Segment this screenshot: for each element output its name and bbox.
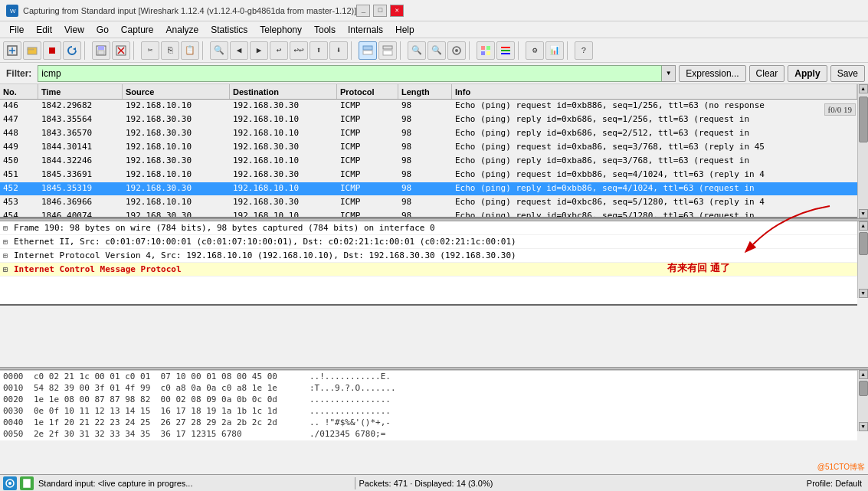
- cell-proto: ICMP: [337, 155, 398, 168]
- tb-nav2[interactable]: ↩↩: [290, 41, 308, 60]
- tb-new-capture[interactable]: [3, 41, 21, 60]
- close-button[interactable]: ✕: [390, 5, 404, 17]
- menu-capture[interactable]: Capture: [115, 23, 160, 37]
- tb-forward[interactable]: ▶: [250, 41, 268, 60]
- tb-cut[interactable]: ✂: [141, 41, 159, 60]
- svg-rect-17: [383, 46, 392, 49]
- detail-scrollbar[interactable]: ▲ ▼: [857, 221, 868, 298]
- hex-scroll-down[interactable]: ▼: [859, 422, 868, 431]
- detail-row[interactable]: ⊞ Frame 190: 98 bytes on wire (784 bits)…: [0, 221, 857, 235]
- cell-proto: ICMP: [337, 169, 398, 182]
- tb-paste[interactable]: 📋: [181, 41, 199, 60]
- expression-button[interactable]: Expression...: [679, 65, 745, 82]
- tb-open[interactable]: [23, 41, 41, 60]
- maximize-button[interactable]: □: [373, 5, 387, 17]
- save-button[interactable]: Save: [830, 65, 865, 82]
- table-row[interactable]: 449 1844.30141 192.168.10.10 192.168.30.…: [0, 141, 857, 155]
- menu-statistics[interactable]: Statistics: [205, 23, 254, 37]
- scroll-down-arrow[interactable]: ▼: [859, 209, 868, 218]
- filter-label: Filter:: [3, 68, 34, 79]
- svg-rect-21: [481, 46, 485, 50]
- hex-scroll-thumb[interactable]: [859, 381, 868, 396]
- menu-file[interactable]: File: [3, 23, 30, 37]
- detail-row[interactable]: ⊞ Ethernet II, Src: c0:01:07:10:00:01 (c…: [0, 235, 857, 249]
- packet-list-scrollbar[interactable]: ▲ ▼: [857, 84, 868, 218]
- expand-icon[interactable]: ⊞: [3, 251, 12, 260]
- tb-view2[interactable]: [378, 41, 397, 60]
- expand-icon[interactable]: ⊞: [3, 237, 12, 246]
- tb-restart[interactable]: [63, 41, 81, 60]
- filter-dropdown[interactable]: ▼: [662, 65, 676, 82]
- tb-more2[interactable]: 📊: [545, 41, 564, 60]
- tb-search[interactable]: 🔍: [210, 41, 228, 60]
- menu-view[interactable]: View: [58, 23, 90, 37]
- tb-colorize2[interactable]: [496, 41, 515, 60]
- tb-copy[interactable]: ⎘: [161, 41, 179, 60]
- svg-rect-11: [98, 51, 104, 54]
- tb-zoom-reset[interactable]: [447, 41, 466, 60]
- tb-more1[interactable]: ⚙: [526, 41, 544, 60]
- table-row[interactable]: 450 1844.32246 192.168.30.30 192.168.10.…: [0, 155, 857, 169]
- clear-button[interactable]: Clear: [749, 65, 785, 82]
- table-row[interactable]: 448 1843.36570 192.168.30.30 192.168.10.…: [0, 127, 857, 141]
- hex-scroll-up[interactable]: ▲: [859, 370, 868, 379]
- cell-info: Echo (ping) request id=0xbb86, seq=4/102…: [452, 169, 857, 182]
- minimize-button[interactable]: _: [356, 5, 370, 17]
- cell-proto: ICMP: [337, 127, 398, 140]
- cell-src: 192.168.10.10: [123, 100, 230, 113]
- filter-input[interactable]: [38, 65, 662, 82]
- menu-edit[interactable]: Edit: [30, 23, 58, 37]
- detail-scroll-up[interactable]: ▲: [859, 221, 868, 231]
- svg-point-20: [455, 49, 458, 52]
- menu-tools[interactable]: Tools: [308, 23, 342, 37]
- tb-zoom-in[interactable]: 🔍: [408, 41, 426, 60]
- cell-info: Echo (ping) request id=0xb886, seq=1/256…: [452, 100, 857, 113]
- tb-nav1[interactable]: ↩: [270, 41, 288, 60]
- tb-close[interactable]: [112, 41, 130, 60]
- tb-colorize[interactable]: [477, 41, 495, 60]
- status-bar: Standard input: <live capture in progres…: [0, 474, 868, 491]
- hex-scrollbar[interactable]: ▲ ▼: [857, 370, 868, 431]
- detail-scroll-thumb[interactable]: [859, 232, 868, 255]
- table-row[interactable]: 452 1845.35319 192.168.30.30 192.168.10.…: [0, 182, 857, 196]
- tb-help[interactable]: ?: [575, 41, 593, 60]
- svg-rect-10: [98, 46, 104, 50]
- tb-zoom-out[interactable]: 🔍: [427, 41, 446, 60]
- cell-len: 98: [398, 141, 452, 154]
- tb-down[interactable]: ⬇: [329, 41, 348, 60]
- apply-button[interactable]: Apply: [788, 65, 827, 82]
- menu-internals[interactable]: Internals: [342, 23, 389, 37]
- tb-save[interactable]: [92, 41, 110, 60]
- svg-rect-18: [383, 51, 392, 55]
- tb-up[interactable]: ⬆: [310, 41, 328, 60]
- expand-icon[interactable]: ⊞: [3, 265, 12, 273]
- detail-pane-wrapper: ⊞ Frame 190: 98 bytes on wire (784 bits)…: [0, 221, 868, 298]
- cell-no: 446: [0, 100, 38, 113]
- col-info: Info: [452, 84, 857, 99]
- cell-src: 192.168.30.30: [123, 113, 230, 126]
- tb-stop[interactable]: [43, 41, 61, 60]
- tb-view1[interactable]: [359, 41, 377, 60]
- tb-back[interactable]: ◀: [230, 41, 248, 60]
- scroll-up-arrow[interactable]: ▲: [859, 84, 868, 93]
- cell-info: Echo (ping) reply id=0xbb86, seq=4/1024,…: [452, 182, 857, 195]
- cell-src: 192.168.30.30: [123, 210, 230, 217]
- menu-telephony[interactable]: Telephony: [254, 23, 308, 37]
- table-row[interactable]: 446 1842.29682 192.168.10.10 192.168.30.…: [0, 100, 857, 113]
- cell-dst: 192.168.30.30: [230, 169, 337, 182]
- hex-offset: 0000: [3, 372, 34, 381]
- menu-go[interactable]: Go: [90, 23, 115, 37]
- table-row[interactable]: 447 1843.35564 192.168.30.30 192.168.10.…: [0, 113, 857, 127]
- menu-help[interactable]: Help: [389, 23, 421, 37]
- cell-src: 192.168.30.30: [123, 127, 230, 140]
- scroll-thumb[interactable]: [859, 97, 868, 142]
- col-protocol: Protocol: [337, 84, 398, 99]
- table-row[interactable]: 454 1846.40074 192.168.30.30 192.168.10.…: [0, 210, 857, 217]
- hex-bytes: 1e 1f 20 21 22 23 24 25 26 27 28 29 2a 2…: [34, 417, 310, 427]
- table-row[interactable]: 453 1846.36966 192.168.10.10 192.168.30.…: [0, 196, 857, 210]
- table-row[interactable]: 451 1845.33691 192.168.10.10 192.168.30.…: [0, 169, 857, 182]
- menu-analyze[interactable]: Analyze: [160, 23, 205, 37]
- expand-icon[interactable]: ⊞: [3, 224, 12, 232]
- detail-scroll-down[interactable]: ▼: [859, 289, 868, 298]
- hex-row: 0020 1e 1e 08 00 87 87 98 82 00 02 08 09…: [0, 394, 857, 405]
